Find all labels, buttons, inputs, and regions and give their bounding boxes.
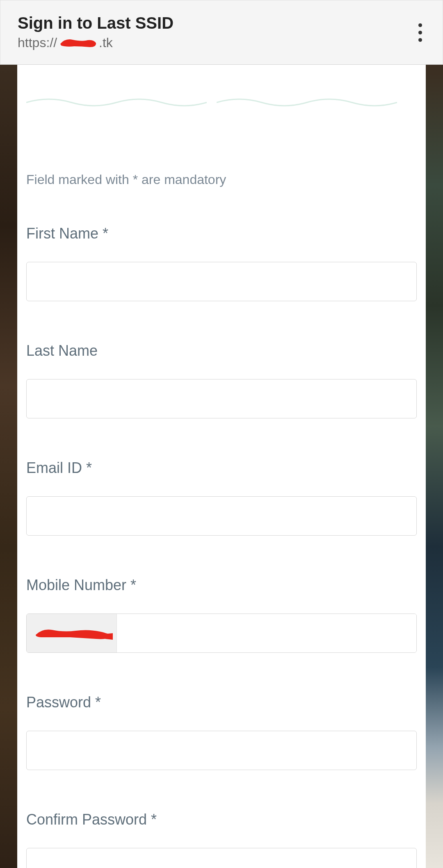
redacted-domain xyxy=(57,35,99,51)
url-suffix: .tk xyxy=(99,35,113,50)
mobile-label: Mobile Number * xyxy=(26,577,417,594)
auth-dialog-title: Sign in to Last SSID xyxy=(18,14,174,32)
decorative-wave-divider xyxy=(26,94,417,111)
mandatory-fields-notice: Field marked with * are mandatory xyxy=(26,172,417,187)
last-name-input[interactable] xyxy=(26,379,417,418)
auth-dialog-url: https:// .tk xyxy=(18,35,174,51)
password-field-group: Password * xyxy=(26,694,417,770)
last-name-label: Last Name xyxy=(26,342,417,359)
password-label: Password * xyxy=(26,694,417,711)
last-name-field-group: Last Name xyxy=(26,342,417,418)
confirm-password-label: Confirm Password * xyxy=(26,811,417,828)
mobile-field-group: Mobile Number * xyxy=(26,577,417,653)
confirm-password-field-group: Confirm Password * xyxy=(26,811,417,868)
first-name-field-group: First Name * xyxy=(26,225,417,301)
browser-auth-header: Sign in to Last SSID https:// .tk xyxy=(0,0,443,65)
first-name-input[interactable] xyxy=(26,262,417,301)
email-field-group: Email ID * xyxy=(26,459,417,536)
email-input[interactable] xyxy=(26,496,417,536)
mobile-number-input[interactable] xyxy=(117,614,416,652)
confirm-password-input[interactable] xyxy=(26,848,417,868)
browser-header-text: Sign in to Last SSID https:// .tk xyxy=(18,14,174,51)
password-input[interactable] xyxy=(26,731,417,770)
url-prefix: https:// xyxy=(18,35,57,50)
email-label: Email ID * xyxy=(26,459,417,477)
background-right xyxy=(426,65,443,868)
mobile-country-prefix[interactable] xyxy=(27,614,117,652)
signup-form-card: Field marked with * are mandatory First … xyxy=(17,65,426,868)
mobile-input-wrap xyxy=(26,614,417,653)
more-options-icon[interactable] xyxy=(418,23,425,42)
first-name-label: First Name * xyxy=(26,225,417,242)
background-left xyxy=(0,65,17,868)
